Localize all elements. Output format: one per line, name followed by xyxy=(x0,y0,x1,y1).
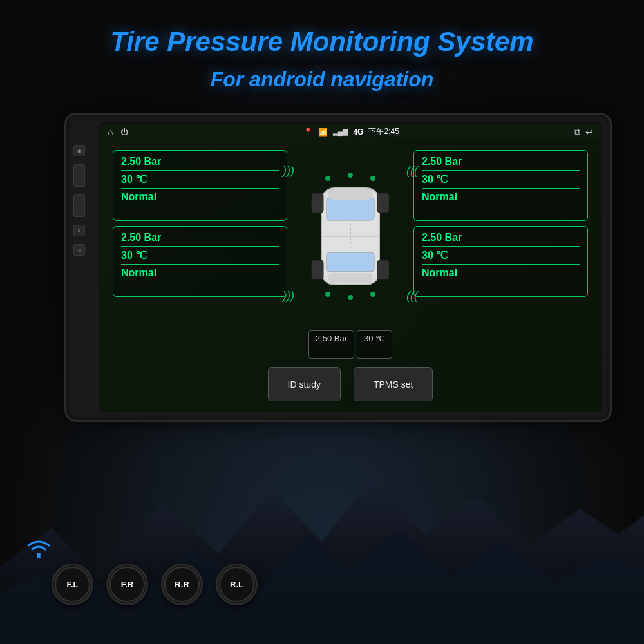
screen: ⌂ ⏻ 📍 📶 ▂▄▆ 4G 下午2:45 ⧉ ↩ xyxy=(99,122,602,412)
sensor-rl-label: R.L xyxy=(230,580,243,589)
tire-rr-status: Normal xyxy=(422,267,580,279)
svg-point-17 xyxy=(348,295,353,300)
tire-fl-box: 2.50 Bar 30 ℃ Normal xyxy=(113,150,287,221)
tire-rl-pressure: 2.50 Bar xyxy=(121,232,279,247)
sensor-fr-label: F.R xyxy=(121,580,134,589)
bottom-pressure: 2.50 Bar xyxy=(308,330,354,359)
signal-rr: ((( xyxy=(406,289,418,303)
svg-point-19 xyxy=(37,553,41,556)
mountain-background xyxy=(0,451,644,644)
tire-fl-pressure: 2.50 Bar xyxy=(121,156,279,171)
title-area: Tire Pressure Monitoring System For andr… xyxy=(0,26,644,91)
signal-icon: ▂▄▆ xyxy=(333,128,348,136)
tire-rr-pressure: 2.50 Bar xyxy=(422,232,580,247)
svg-point-18 xyxy=(370,292,375,297)
side-btn-volume-up[interactable] xyxy=(73,164,85,187)
sensor-fl-label: F.L xyxy=(66,580,78,589)
car-area: ))) ((( ))) ((( xyxy=(292,150,408,322)
tire-rl-box: 2.50 Bar 30 ℃ Normal xyxy=(113,226,287,297)
tire-rl-status: Normal xyxy=(121,267,279,279)
sensor-rr-inner: R.R xyxy=(164,567,200,602)
button-row: ID study TPMS set xyxy=(113,367,588,401)
status-center: 📍 📶 ▂▄▆ 4G 下午2:45 xyxy=(303,126,399,137)
svg-rect-6 xyxy=(328,273,373,283)
tire-fr-status: Normal xyxy=(422,191,580,203)
status-left: ⌂ ⏻ xyxy=(108,127,128,137)
svg-rect-9 xyxy=(312,260,323,279)
side-btn-volume-down[interactable] xyxy=(73,194,85,217)
signal-rl: ))) xyxy=(283,289,294,303)
device-container: ◉ ≡ ◁ ⌂ ⏻ 📍 📶 ▂▄▆ xyxy=(64,113,612,422)
svg-point-14 xyxy=(348,173,353,178)
svg-rect-5 xyxy=(328,188,373,200)
bottom-data-bar: 2.50 Bar 30 ℃ xyxy=(292,330,408,359)
sensor-rl-inner: R.L xyxy=(219,567,254,602)
signal-fl: ))) xyxy=(283,163,294,178)
wifi-icon xyxy=(24,535,53,567)
bottom-temperature: 30 ℃ xyxy=(357,330,392,359)
window-icon[interactable]: ⧉ xyxy=(574,126,580,137)
tire-rr-box: 2.50 Bar 30 ℃ Normal xyxy=(413,226,588,297)
svg-rect-8 xyxy=(377,193,389,213)
sensors-row: F.L F.R R.R R.L xyxy=(52,564,258,605)
tire-fr-temp: 30 ℃ xyxy=(422,173,580,189)
car-top-view xyxy=(308,169,392,304)
tire-fr-pressure: 2.50 Bar xyxy=(422,156,580,171)
svg-point-16 xyxy=(325,292,330,297)
sensor-fr-inner: F.R xyxy=(109,567,145,602)
status-right: ⧉ ↩ xyxy=(574,126,593,137)
location-icon: 📍 xyxy=(303,128,313,137)
signal-fr: ((( xyxy=(406,163,418,178)
tpms-display: 2.50 Bar 30 ℃ Normal ))) ((( xyxy=(100,140,601,411)
tire-fl-status: Normal xyxy=(121,191,279,203)
svg-rect-4 xyxy=(327,252,374,272)
tire-rl-temp: 30 ℃ xyxy=(121,249,279,265)
side-buttons: ◉ ≡ ◁ xyxy=(73,145,85,256)
sensor-fl: F.L xyxy=(52,564,93,605)
svg-rect-7 xyxy=(312,193,323,213)
time-display: 下午2:45 xyxy=(368,126,399,137)
bluetooth-icon: 📶 xyxy=(318,128,328,137)
head-unit: ◉ ≡ ◁ ⌂ ⏻ 📍 📶 ▂▄▆ xyxy=(64,113,612,422)
sensor-fl-inner: F.L xyxy=(55,567,90,602)
tire-fl-temp: 30 ℃ xyxy=(121,173,279,189)
sensor-rr-label: R.R xyxy=(175,580,189,589)
side-btn-2[interactable]: ≡ xyxy=(73,225,85,236)
svg-rect-3 xyxy=(327,198,374,220)
sensor-rr: R.R xyxy=(161,564,203,605)
sensor-rl: R.L xyxy=(216,564,258,605)
svg-point-13 xyxy=(325,176,330,181)
power-icon[interactable]: ⏻ xyxy=(120,128,128,137)
back-icon[interactable]: ↩ xyxy=(585,127,593,137)
home-icon[interactable]: ⌂ xyxy=(108,127,113,137)
main-title: Tire Pressure Monitoring System xyxy=(0,26,644,58)
sensor-fr: F.R xyxy=(106,564,148,605)
status-bar: ⌂ ⏻ 📍 📶 ▂▄▆ 4G 下午2:45 ⧉ ↩ xyxy=(100,124,601,140)
tire-fr-box: 2.50 Bar 30 ℃ Normal xyxy=(413,150,588,221)
network-label: 4G xyxy=(353,128,363,137)
svg-rect-10 xyxy=(377,260,389,279)
sub-title: For android navigation xyxy=(0,68,644,91)
tpms-set-button[interactable]: TPMS set xyxy=(354,367,433,401)
id-study-button[interactable]: ID study xyxy=(268,367,341,401)
tire-rr-temp: 30 ℃ xyxy=(422,249,580,265)
side-btn-3[interactable]: ◁ xyxy=(73,244,85,256)
side-btn-1[interactable]: ◉ xyxy=(73,145,85,156)
svg-point-15 xyxy=(370,176,375,181)
